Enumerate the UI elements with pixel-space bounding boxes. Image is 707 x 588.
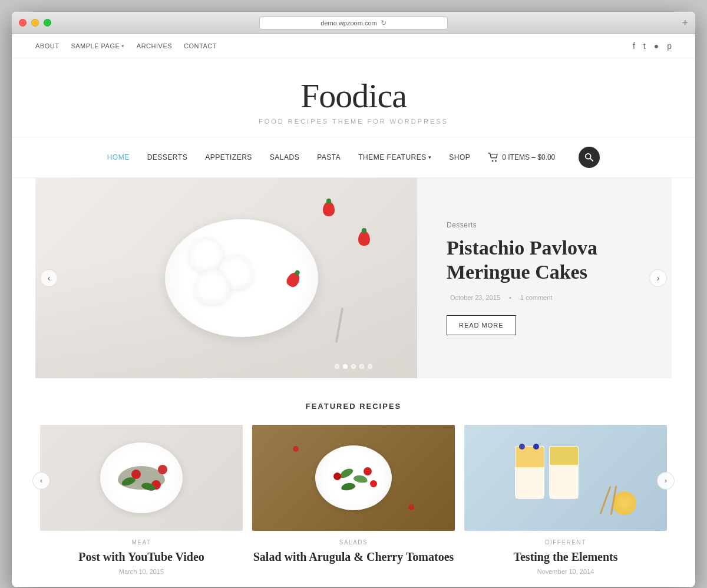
hero-image [35,178,417,378]
top-navigation: ABOUT SAMPLE PAGE ARCHIVES CONTACT [35,42,217,49]
twitter-icon[interactable]: t [643,41,646,51]
url-bar[interactable]: demo.wpzoom.com ↻ [259,16,448,29]
recipe-3-category: DIFFERENT [464,539,667,546]
recipe-card-3[interactable]: DIFFERENT Testing the Elements November … [460,425,672,575]
hero-food-illustration [35,178,417,378]
recipes-prev-arrow[interactable]: ‹ [32,472,50,490]
recipe-image-2 [252,425,455,531]
nav-desserts[interactable]: DESSERTS [147,153,187,161]
pinterest-icon[interactable]: p [667,41,672,51]
hero-meta: October 23, 2015 • 1 comment [447,294,642,301]
url-text: demo.wpzoom.com [321,19,376,27]
dot-2[interactable] [343,364,348,369]
site-title[interactable]: Foodica [12,76,695,115]
logo-area: Foodica FOOD RECIPES THEME FOR WORDPRESS [12,58,695,131]
dot-1[interactable] [335,364,339,369]
minimize-button[interactable] [31,19,39,27]
nav-about[interactable]: ABOUT [35,42,59,49]
recipe-card-1[interactable]: MEAT Post with YouTube Video March 10, 2… [35,425,247,575]
top-bar: ABOUT SAMPLE PAGE ARCHIVES CONTACT f t ●… [12,34,695,58]
featured-title: FEATURED RECIPES [35,402,672,411]
window-controls [19,19,51,27]
cart-button[interactable]: 0 ITEMS – $0.00 [488,153,555,162]
svg-point-0 [492,160,494,162]
search-button[interactable] [579,147,600,168]
hero-next-arrow[interactable]: › [649,269,667,287]
nav-sample-page[interactable]: SAMPLE PAGE [71,42,124,49]
hero-prev-arrow[interactable]: ‹ [40,269,58,287]
recipe-image-1 [40,425,243,531]
hero-date: October 23, 2015 [450,294,500,301]
titlebar: demo.wpzoom.com ↻ + [12,12,695,34]
site-content: ABOUT SAMPLE PAGE ARCHIVES CONTACT f t ●… [12,34,695,587]
featured-section: FEATURED RECIPES ‹ [12,378,695,587]
recipe-3-title: Testing the Elements [464,549,667,564]
recipe-1-title: Post with YouTube Video [40,549,243,564]
cart-label: 0 ITEMS – $0.00 [502,153,555,161]
mac-window: demo.wpzoom.com ↻ + ABOUT SAMPLE PAGE AR… [12,12,695,587]
recipes-next-arrow[interactable]: › [657,472,675,490]
instagram-icon[interactable]: ● [654,41,659,51]
hero-comments: 1 comment [520,294,552,301]
hero-title: Pistachio Pavlova Meringue Cakes [447,236,642,285]
recipe-1-category: MEAT [40,539,243,546]
read-more-button[interactable]: READ MORE [447,315,516,335]
slider-dots [335,364,372,369]
site-tagline: FOOD RECIPES THEME FOR WORDPRESS [12,118,695,125]
hero-separator: • [509,294,511,301]
close-button[interactable] [19,19,27,27]
reload-icon[interactable]: ↻ [381,19,386,27]
meringue-cake-1 [189,237,224,272]
recipe-2-title: Salad with Arugula & Cherry Tomatoes [252,549,455,564]
dot-4[interactable] [359,364,364,369]
strawberry-1 [323,201,335,216]
search-icon [584,153,594,162]
hero-content: Desserts Pistachio Pavlova Meringue Cake… [417,178,672,378]
nav-shop[interactable]: SHOP [449,153,470,161]
nav-contact[interactable]: CONTACT [184,42,217,49]
social-links: f t ● p [633,41,672,51]
new-tab-button[interactable]: + [682,18,688,28]
nav-pasta[interactable]: PASTA [317,153,341,161]
dot-3[interactable] [351,364,356,369]
strawberry-2 [358,231,370,246]
maximize-button[interactable] [44,19,51,27]
nav-theme-features[interactable]: THEME FEATURES [358,153,431,161]
nav-salads[interactable]: SALADS [270,153,299,161]
facebook-icon[interactable]: f [633,41,635,51]
recipe-3-date: November 10, 2014 [464,568,667,575]
nav-appetizers[interactable]: APPETIZERS [205,153,252,161]
svg-point-1 [495,160,497,162]
recipe-2-category: SALADS [252,539,455,546]
nav-home[interactable]: HOME [107,153,130,161]
svg-line-3 [590,158,593,161]
recipes-grid: ‹ [35,425,672,575]
hero-category: Desserts [447,221,642,229]
nav-archives[interactable]: ARCHIVES [137,42,172,49]
dot-5[interactable] [368,364,372,369]
cart-icon [488,153,498,162]
main-navigation: HOME DESSERTS APPETIZERS SALADS PASTA TH… [12,137,695,178]
recipe-card-2[interactable]: SALADS Salad with Arugula & Cherry Tomat… [247,425,460,575]
hero-slider: ‹ [35,178,672,378]
recipe-1-date: March 10, 2015 [40,568,243,575]
recipe-image-3 [464,425,667,531]
